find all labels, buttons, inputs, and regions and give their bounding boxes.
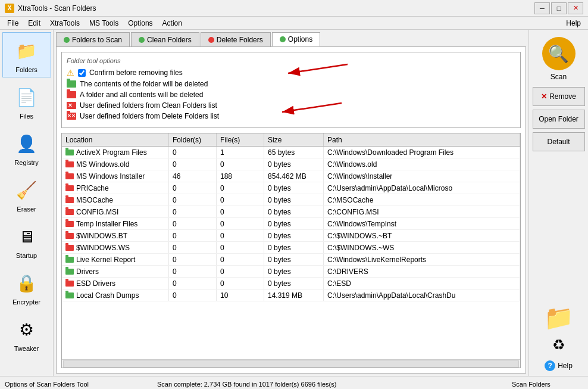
cell-location: Drivers [62, 266, 169, 277]
cell-files: 0 [217, 242, 264, 253]
right-panel: 🔍 Scan ✕ Remove Open Folder Default 📁 ♻ … [528, 30, 588, 376]
scan-icon-large: 🔍 [542, 37, 576, 70]
table-row[interactable]: Live Kernel Report 0 0 0 bytes C:\Window… [62, 254, 520, 266]
row-folder-icon [65, 292, 74, 298]
cell-path: C:\DRIVERS [324, 266, 520, 277]
menu-action[interactable]: Action [158, 18, 187, 29]
red-folder-x-icon: ✕ [67, 102, 76, 109]
cell-size: 14.319 MB [264, 290, 324, 301]
cell-files: 10 [217, 290, 264, 301]
menu-file[interactable]: File [2, 18, 23, 29]
tab-folders-to-scan[interactable]: Folders to Scan [56, 32, 130, 46]
cell-files: 1 [217, 147, 264, 158]
tab-clean-folders[interactable]: Clean Folders [131, 32, 199, 46]
col-header-path[interactable]: Path [324, 133, 520, 146]
table-row[interactable]: ESD Drivers 0 0 0 bytes C:\ESD [62, 278, 520, 290]
menu-xtratools[interactable]: XtraTools [45, 18, 85, 29]
default-button[interactable]: Default [533, 132, 585, 151]
col-header-size[interactable]: Size [264, 133, 324, 146]
help-label: Help [558, 362, 573, 370]
row-folder-icon [65, 269, 74, 275]
remove-button[interactable]: ✕ Remove [533, 87, 585, 106]
encrypter-icon: 🔒 [12, 269, 41, 297]
table-row[interactable]: PRICache 0 0 0 bytes C:\Users\admin\AppD… [62, 182, 520, 194]
confirm-checkbox[interactable] [78, 69, 86, 77]
cell-path: C:\$WINDOWS.~WS [324, 242, 520, 253]
files-icon: 📄 [12, 83, 41, 111]
row-folder-icon [65, 173, 74, 179]
cell-size: 0 bytes [264, 218, 324, 229]
table-header: Location Folder(s) File(s) Size Path [62, 133, 520, 147]
h-scroll-thumb[interactable] [63, 360, 519, 368]
sidebar-label-encrypter: Encrypter [12, 298, 40, 306]
table-row[interactable]: ActiveX Program Files 0 1 65 bytes C:\Wi… [62, 147, 520, 158]
cell-folders: 0 [169, 218, 217, 229]
legend-text-1: A folder and all contents will be delete… [80, 91, 203, 99]
horizontal-scrollbar[interactable] [62, 359, 520, 368]
menubar: File Edit XtraTools MS Tools Options Act… [0, 17, 588, 30]
cell-folders: 0 [169, 266, 217, 277]
col-header-folders[interactable]: Folder(s) [169, 133, 217, 146]
table-row[interactable]: Temp Installer Files 0 0 0 bytes C:\Wind… [62, 218, 520, 230]
sidebar-label-eraser: Eraser [17, 206, 36, 213]
confirm-label: Confirm before removing files [89, 69, 183, 77]
cell-size: 0 bytes [264, 242, 324, 253]
table-row[interactable]: $WINDOWS.BT 0 0 0 bytes C:\$WINDOWS.~BT [62, 230, 520, 242]
menu-help[interactable]: Help [561, 18, 586, 29]
sidebar-label-files: Files [20, 113, 33, 120]
cell-location: $WINDOWS.WS [62, 242, 169, 253]
folder-icon-cell: Drivers [65, 267, 99, 276]
table-row[interactable]: Local Crash Dumps 0 10 14.319 MB C:\User… [62, 290, 520, 301]
close-button[interactable]: ✕ [568, 2, 583, 14]
legend-text-0: The contents of the folder will be delet… [80, 80, 208, 88]
tab-options[interactable]: Options [272, 32, 320, 46]
table-row[interactable]: MS Windows.old 0 0 0 bytes C:\Windows.ol… [62, 158, 520, 170]
row-folder-icon [65, 150, 74, 155]
folder-icon-cell: ESD Drivers [65, 279, 115, 288]
sidebar-item-registry[interactable]: 👤 Registry [2, 125, 51, 170]
maximize-button[interactable]: □ [551, 2, 567, 14]
minimize-button[interactable]: ─ [534, 2, 550, 14]
status-center: Scan complete: 2.734 GB found in 1017 fo… [157, 381, 502, 388]
cell-size: 0 bytes [264, 194, 324, 206]
legend-row-1: A folder and all contents will be delete… [67, 91, 515, 99]
row-folder-icon [65, 281, 74, 287]
window-controls: ─ □ ✕ [534, 2, 583, 14]
cell-size: 854.462 MB [264, 170, 324, 182]
data-table: Location Folder(s) File(s) Size Path [61, 133, 521, 368]
sidebar-item-eraser[interactable]: 🧹 Eraser [2, 172, 51, 217]
menu-options[interactable]: Options [123, 18, 157, 29]
row-folder-icon [65, 221, 74, 227]
menu-edit[interactable]: Edit [23, 18, 45, 29]
cell-folders: 0 [169, 158, 217, 170]
menu-mstools[interactable]: MS Tools [85, 18, 123, 29]
table-row[interactable]: MS Windows Installer 46 188 854.462 MB C… [62, 170, 520, 182]
legend-text-2: User defined folders from Clean Folders … [80, 101, 217, 110]
table-row[interactable]: MSOCache 0 0 0 bytes C:\MSOCache [62, 194, 520, 206]
col-header-files[interactable]: File(s) [217, 133, 264, 146]
cell-path: C:\Windows\Installer [324, 170, 520, 182]
sidebar-item-tweaker[interactable]: ⚙ Tweaker [2, 311, 51, 356]
tab-label-options: Options [288, 35, 312, 43]
row-folder-icon [65, 161, 74, 167]
sidebar-item-encrypter[interactable]: 🔒 Encrypter [2, 264, 51, 310]
help-area[interactable]: ? Help [545, 360, 573, 371]
table-row[interactable]: CONFIG.MSI 0 0 0 bytes C:\CONFIG.MSI [62, 206, 520, 218]
table-row[interactable]: $WINDOWS.WS 0 0 0 bytes C:\$WINDOWS.~WS [62, 242, 520, 254]
tweaker-icon: ⚙ [12, 315, 41, 344]
table-row[interactable]: Drivers 0 0 0 bytes C:\DRIVERS [62, 266, 520, 278]
cell-path: C:\Windows\TempInst [324, 218, 520, 229]
folder-icon-cell: $WINDOWS.BT [65, 232, 127, 240]
startup-icon: 🖥 [12, 222, 41, 251]
tab-label-clean-folders: Clean Folders [147, 36, 192, 44]
sidebar-item-folders[interactable]: 📁 Folders [2, 32, 51, 77]
scan-button-area[interactable]: 🔍 Scan [540, 35, 578, 83]
sidebar-item-files[interactable]: 📄 Files [2, 79, 51, 124]
sidebar-item-startup[interactable]: 🖥 Startup [2, 218, 51, 263]
col-header-location[interactable]: Location [62, 133, 169, 146]
content-area: Folders to Scan Clean Folders Delete Fol… [54, 30, 528, 376]
cell-size: 0 bytes [264, 278, 324, 289]
open-folder-button[interactable]: Open Folder [533, 110, 585, 129]
folder-icon-cell: Local Crash Dumps [65, 291, 139, 300]
tab-delete-folders[interactable]: Delete Folders [201, 32, 271, 46]
